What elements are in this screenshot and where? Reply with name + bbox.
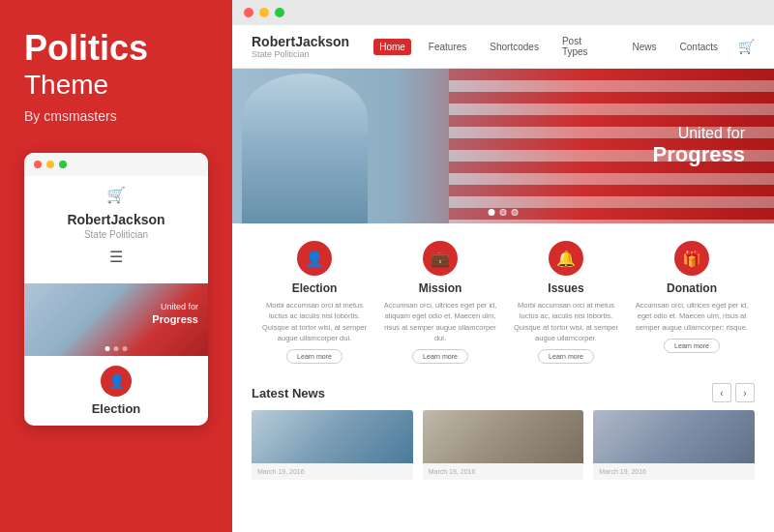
feature-issues-desc: Morbi accumsan orci at metus luctus ac, … [503, 300, 629, 343]
news-card-1: March 19, 2016 [252, 410, 413, 480]
news-card-3-body: March 19, 2016 [593, 463, 755, 480]
mobile-chrome-bar [24, 153, 208, 176]
news-card-1-body: March 19, 2016 [252, 463, 413, 480]
news-card-2-image [423, 410, 584, 463]
news-card-2-body: March 19, 2016 [423, 463, 584, 480]
feature-donation-desc: Accumsan orci, ultrices eget per id, ege… [629, 300, 755, 333]
nav-contacts[interactable]: Contacts [674, 39, 724, 55]
hero-text-top: United for [678, 125, 745, 141]
news-card-2-date: March 19, 2016 [429, 468, 579, 475]
hero-dot-3[interactable] [512, 209, 519, 216]
mobile-election-section: 👤 Election [24, 356, 208, 426]
feature-mission-btn[interactable]: Learn more [412, 349, 468, 364]
news-card-3-date: March 19, 2016 [599, 468, 749, 475]
site-hero: United for Progress [232, 69, 774, 223]
mobile-dot-red [34, 161, 42, 168]
mobile-menu-icon: ☰ [36, 248, 196, 266]
site-tagline: State Politician [252, 49, 349, 59]
hero-silhouette [242, 74, 368, 223]
mission-icon: 💼 [423, 241, 458, 276]
feature-mission-desc: Accumsan orci, ultrices eget per id, ali… [377, 300, 503, 343]
news-card-2: March 19, 2016 [423, 410, 584, 480]
news-section-title: Latest News [252, 386, 325, 400]
news-card-1-image [252, 410, 413, 463]
browser-dot-red [244, 8, 253, 17]
feature-donation-title: Donation [629, 281, 755, 295]
news-navigation: ‹ › [712, 383, 755, 402]
election-icon: 👤 [297, 241, 332, 276]
mobile-hero-dot-2 [114, 346, 119, 351]
news-card-3: March 19, 2016 [593, 410, 755, 480]
mobile-politician-label: State Politician [36, 229, 196, 240]
feature-election-btn[interactable]: Learn more [286, 349, 342, 364]
hero-person [242, 74, 368, 223]
mobile-hero-dots [105, 346, 128, 351]
hero-dot-1[interactable] [489, 209, 495, 216]
feature-mission-title: Mission [377, 281, 503, 295]
feature-issues: 🔔 Issues Morbi accumsan orci at metus lu… [503, 241, 629, 364]
browser-content: RobertJackson State Politician Home Feat… [232, 25, 774, 532]
news-next-btn[interactable]: › [735, 383, 755, 402]
feature-donation: 🎁 Donation Accumsan orci, ultrices eget … [629, 241, 755, 364]
news-card-3-image [593, 410, 755, 463]
feature-issues-title: Issues [503, 281, 629, 295]
feature-election: 👤 Election Morbi accumsan orci at metus … [252, 241, 377, 364]
donation-icon: 🎁 [674, 241, 709, 276]
mobile-card-body: 🛒 RobertJackson State Politician ☰ [24, 176, 208, 283]
nav-news[interactable]: News [627, 39, 663, 55]
browser-chrome-bar [232, 0, 774, 25]
mobile-election-label: Election [36, 401, 196, 416]
browser-dot-green [275, 8, 284, 17]
mobile-logo: RobertJackson [36, 212, 196, 227]
mobile-hero-dot-1 [105, 346, 110, 351]
feature-election-title: Election [252, 281, 377, 295]
news-card-1-date: March 19, 2016 [257, 468, 407, 475]
feature-mission: 💼 Mission Accumsan orci, ultrices eget p… [377, 241, 503, 364]
theme-subtitle: Theme [24, 70, 208, 101]
mobile-cart-icon: 🛒 [36, 186, 196, 204]
mobile-preview-card: 🛒 RobertJackson State Politician ☰ Unite… [24, 153, 208, 426]
nav-features[interactable]: Features [423, 39, 472, 55]
mobile-election-icon: 👤 [101, 366, 132, 397]
news-header: Latest News ‹ › [252, 383, 755, 402]
mobile-hero-text: United for Progress [152, 301, 198, 328]
news-prev-btn[interactable]: ‹ [712, 383, 731, 402]
hero-text: United for Progress [653, 125, 745, 167]
features-section: 👤 Election Morbi accumsan orci at metus … [232, 223, 774, 373]
mobile-hero-dot-3 [123, 346, 128, 351]
mobile-dot-yellow [46, 161, 54, 168]
hero-text-bottom: Progress [653, 142, 745, 167]
mobile-dot-green [59, 161, 67, 168]
author-label: By cmsmasters [24, 108, 208, 124]
nav-post-types[interactable]: Post Types [556, 33, 615, 60]
browser-dot-yellow [259, 8, 269, 17]
hero-dot-2[interactable] [500, 209, 507, 216]
news-section: Latest News ‹ › March 19, 2016 March 19,… [232, 373, 774, 489]
issues-icon: 🔔 [549, 241, 583, 276]
nav-home[interactable]: Home [373, 39, 411, 55]
site-nav: Home Features Shortcodes Post Types News… [373, 33, 724, 60]
news-grid: March 19, 2016 March 19, 2016 March 19, … [252, 410, 755, 480]
feature-donation-btn[interactable]: Learn more [664, 339, 720, 353]
cart-icon[interactable]: 🛒 [738, 39, 755, 54]
site-logo: RobertJackson [252, 34, 349, 49]
left-panel: Politics Theme By cmsmasters 🛒 RobertJac… [0, 0, 232, 532]
hero-slider-dots [489, 209, 519, 216]
nav-shortcodes[interactable]: Shortcodes [484, 39, 545, 55]
feature-issues-btn[interactable]: Learn more [538, 349, 594, 364]
site-header: RobertJackson State Politician Home Feat… [232, 25, 774, 69]
site-logo-wrapper: RobertJackson State Politician [252, 34, 349, 59]
browser-window: RobertJackson State Politician Home Feat… [232, 0, 774, 532]
theme-title: Politics [24, 29, 208, 68]
mobile-hero: United for Progress [24, 283, 208, 356]
feature-election-desc: Morbi accumsan orci at metus luctus ac i… [252, 300, 377, 343]
